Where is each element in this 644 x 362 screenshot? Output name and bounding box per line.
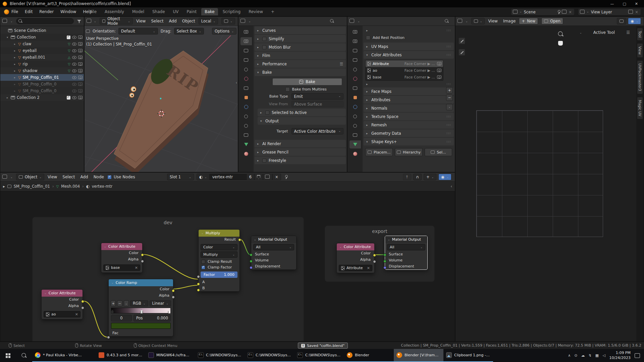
properties-tab[interactable]	[350, 65, 361, 73]
copy-icon[interactable]	[629, 10, 633, 14]
outliner-row[interactable]: ▸ Collection 2	[0, 94, 84, 101]
socket-displacement-in[interactable]	[250, 266, 253, 269]
drag-handle-icon[interactable]: ∷∷	[447, 29, 451, 32]
unlink-material-icon[interactable]: ×	[272, 174, 281, 180]
properties-tab[interactable]	[240, 84, 252, 92]
properties-tab[interactable]	[240, 140, 252, 148]
taskbar-search-button[interactable]	[16, 349, 32, 362]
clear-icon[interactable]: ×	[75, 312, 78, 316]
shader-node-editor[interactable]: ⌄ Object⌄ ViewSelectAddNode Use Nodes Sl…	[0, 172, 455, 342]
section-checkbox[interactable]	[262, 45, 266, 49]
attribute-name[interactable]: ao	[373, 68, 377, 73]
outliner-item-name[interactable]: SM_Prop_Coffin_0	[22, 82, 70, 86]
properties-tab[interactable]	[350, 56, 361, 64]
node-color-attribute-ao[interactable]: ⌄Color Attribute Color Alpha ao ×	[41, 289, 83, 319]
color-attribute-row[interactable]: base Face Corner ▶ ...	[366, 74, 443, 80]
disable-render-icon[interactable]	[78, 42, 83, 46]
attribute-name[interactable]: Attribute	[373, 62, 389, 66]
workspace-tab[interactable]: File	[87, 8, 100, 15]
properties-tab[interactable]	[350, 112, 361, 120]
properties-tab[interactable]	[350, 122, 361, 130]
panel-section[interactable]: ▸ Film	[255, 52, 346, 59]
menu-item[interactable]: Render	[39, 9, 54, 14]
outliner-item-name[interactable]: Collection 2	[17, 95, 65, 100]
properties-tab[interactable]	[350, 37, 361, 45]
outliner-row[interactable]: ▸ ▽ rip ▽	[0, 61, 84, 67]
gizmos-dropdown[interactable]: ◉⌄	[628, 18, 641, 24]
stop-color-swatch[interactable]	[111, 323, 171, 329]
expander-icon[interactable]: ▸	[6, 96, 9, 99]
render-camera-icon[interactable]	[437, 62, 441, 65]
editor-type-icon[interactable]	[87, 19, 91, 23]
viewport-3d[interactable]: RIP ⌄ Object Mode⌄ ViewSelectAddObject L…	[84, 16, 238, 172]
use-nodes-checkbox[interactable]	[107, 175, 112, 179]
taskbar-app[interactable]: MINGW64:/v/fram...	[146, 349, 195, 362]
node-menu-item[interactable]: Node	[94, 175, 104, 179]
expander-icon[interactable]: ▸	[13, 76, 16, 79]
outliner-item-name[interactable]: eyeball.001	[22, 55, 66, 60]
panel-section[interactable]: ▸ Grease Pencil	[255, 148, 346, 156]
expander-icon[interactable]: ▸	[13, 63, 16, 66]
zoom-tool-icon[interactable]	[558, 32, 564, 37]
scene-selector[interactable]: ⌄ Scene ×	[511, 8, 575, 15]
expand-icon[interactable]: ▸	[260, 111, 263, 114]
ramp-stop[interactable]	[140, 310, 143, 314]
section-checkbox[interactable]	[262, 37, 266, 41]
outliner-item-name[interactable]: rip	[22, 62, 66, 66]
panel-section[interactable]: ▸ Normals ∷∷	[364, 104, 454, 112]
sidebar-tab[interactable]: View	[637, 43, 643, 58]
hide-viewport-icon[interactable]	[72, 96, 76, 99]
workspace-tab[interactable]: UV	[170, 8, 182, 15]
options-dropdown[interactable]: Options⌄	[212, 28, 236, 35]
expand-icon[interactable]: ▸	[257, 29, 260, 32]
editor-type-icon[interactable]	[350, 19, 354, 23]
menu-item[interactable]: Edit	[25, 9, 33, 14]
disable-render-icon[interactable]	[78, 36, 83, 39]
panel-section[interactable]: ▸ Performance ☰	[255, 60, 346, 68]
remove-stop-button[interactable]: −	[117, 300, 122, 306]
outliner-row[interactable]: ▸ ▽ SM_Prop_Coffin_01	[0, 74, 84, 81]
drag-handle-icon[interactable]: ∷∷	[447, 82, 451, 86]
bake-panel-header[interactable]: ▾ Bake	[255, 68, 346, 76]
viewport-menu-item[interactable]: Object	[182, 19, 195, 23]
socket-alpha-out[interactable]	[172, 296, 175, 299]
properties-tab[interactable]	[240, 122, 252, 130]
outliner-item-name[interactable]: claw	[22, 42, 66, 46]
region-collapse-icon[interactable]: ‹	[235, 80, 237, 85]
taskbar-app[interactable]: C:\WINDOWS\syst...	[245, 349, 294, 362]
blender-logo-icon[interactable]	[4, 9, 9, 14]
disable-render-icon[interactable]	[78, 62, 83, 66]
node-material-output-dev[interactable]: ⌄Material Output All⌄ Surface Volume Dis…	[251, 236, 297, 270]
parent-node-tree-icon[interactable]: ↑	[403, 174, 412, 180]
sidebar-tab[interactable]: UVPackmaster3	[637, 60, 643, 94]
menu-item[interactable]: File	[11, 9, 18, 14]
workspace-tab[interactable]: +	[268, 8, 278, 15]
minimize-button[interactable]: —	[610, 2, 614, 6]
output-target-dropdown[interactable]: All⌄	[387, 244, 425, 250]
expand-icon[interactable]: ▸	[366, 45, 369, 48]
menu-item[interactable]: Window	[60, 9, 76, 14]
outliner-row[interactable]: ▸ ▽ shadow ▽	[0, 67, 84, 74]
attribute-name[interactable]: base	[373, 75, 381, 79]
factor-slider[interactable]: Factor1.000	[201, 272, 237, 278]
properties-tab[interactable]	[240, 103, 252, 111]
workspace-tab[interactable]: Paint	[183, 8, 200, 15]
hide-viewport-icon[interactable]	[72, 89, 76, 93]
hide-viewport-icon[interactable]	[72, 76, 76, 79]
panel-section[interactable]: ▸ AI Render	[255, 140, 346, 147]
panel-section[interactable]: ▸ Curves	[255, 26, 346, 34]
expand-icon[interactable]: ▸	[366, 115, 369, 118]
expander-icon[interactable]: ▾	[6, 36, 9, 39]
socket-color-out[interactable]	[172, 289, 175, 292]
copy-icon[interactable]	[562, 10, 567, 14]
hide-viewport-icon[interactable]	[72, 69, 76, 72]
properties-tab[interactable]	[350, 28, 361, 36]
shader-type-dropdown[interactable]: Object⌄	[16, 174, 44, 180]
clear-icon[interactable]: ×	[135, 265, 138, 270]
tool-settings-icon[interactable]	[617, 18, 626, 24]
ramp-specials-button[interactable]: ⌄	[124, 300, 129, 306]
taskbar-app[interactable]: * Paul Kluka - Virbe...	[32, 349, 96, 362]
properties-tab[interactable]	[350, 75, 361, 83]
users-count-badge[interactable]: 6	[247, 174, 254, 180]
outliner-row[interactable]: ▸ ▽ eyeball ▽	[0, 47, 84, 54]
